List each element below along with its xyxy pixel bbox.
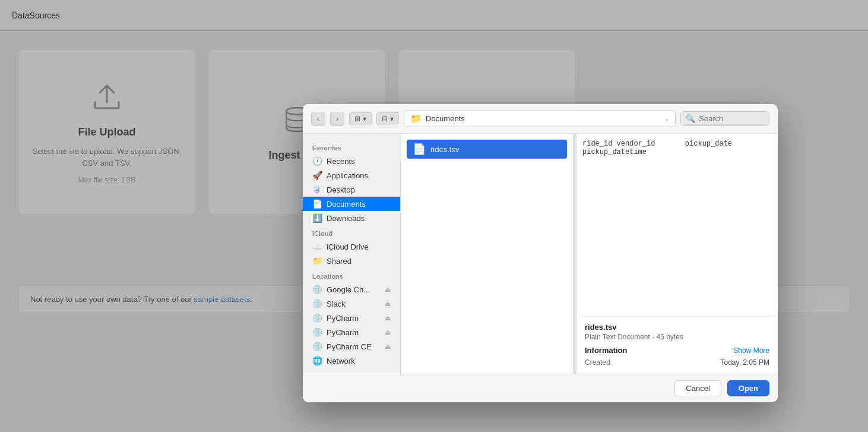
file-picker-dialog: ‹ › ⊞ ▾ ⊟ ▾ 📁 Documents ⌄ 🔍 Favorites 🕐 …	[303, 104, 778, 402]
grid-view-chevron: ▾	[390, 115, 394, 123]
icloud-label: iCloud	[303, 225, 400, 239]
sidebar-item-desktop-label: Desktop	[327, 185, 391, 194]
desktop-icon: 🖥	[312, 185, 322, 194]
sidebar: Favorites 🕐 Recents 🚀 Applications 🖥 Des…	[303, 134, 401, 374]
column-view-button[interactable]: ⊞ ▾	[349, 112, 372, 125]
file-tsv-icon: 📄	[413, 143, 426, 156]
sidebar-item-recents-label: Recents	[327, 157, 391, 166]
google-ch-eject-icon[interactable]: ⏏	[385, 286, 391, 294]
column-view-icon: ⊞	[354, 115, 360, 123]
sidebar-item-pycharm2-label: PyCharm	[327, 328, 380, 337]
pycharm2-icon: 💿	[312, 327, 322, 337]
sidebar-item-pycharm1-label: PyCharm	[327, 314, 380, 323]
sidebar-item-documents[interactable]: 📄 Documents	[303, 197, 400, 211]
sidebar-item-network-label: Network	[327, 357, 391, 365]
sidebar-item-pycharm-ce[interactable]: 💿 PyCharm CE ⏏	[303, 339, 400, 354]
file-item-rides-tsv[interactable]: 📄 rides.tsv	[407, 140, 567, 159]
sidebar-item-shared-label: Shared	[327, 257, 391, 266]
open-button[interactable]: Open	[727, 380, 769, 396]
sidebar-item-recents[interactable]: 🕐 Recents	[303, 154, 400, 168]
pycharm-ce-eject-icon[interactable]: ⏏	[385, 343, 391, 351]
sidebar-item-slack[interactable]: 💿 Slack ⏏	[303, 297, 400, 311]
sidebar-item-applications-label: Applications	[327, 171, 391, 180]
location-chevron-icon: ⌄	[664, 115, 669, 122]
location-bar[interactable]: 📁 Documents ⌄	[404, 110, 676, 127]
sidebar-item-desktop[interactable]: 🖥 Desktop	[303, 182, 400, 197]
locations-label: Locations	[303, 268, 400, 282]
preview-content: ride_id vendor_id pickup_date pickup_dat…	[576, 134, 778, 317]
info-label: Information	[585, 346, 628, 355]
sidebar-item-shared[interactable]: 📁 Shared	[303, 254, 400, 268]
sidebar-item-slack-label: Slack	[327, 299, 380, 308]
downloads-icon: ⬇️	[312, 213, 322, 223]
pycharm1-eject-icon[interactable]: ⏏	[385, 314, 391, 322]
sidebar-item-google-ch[interactable]: 💿 Google Ch... ⏏	[303, 282, 400, 297]
search-input[interactable]	[699, 114, 758, 123]
search-bar[interactable]: 🔍	[680, 111, 769, 126]
sidebar-item-pycharm1[interactable]: 💿 PyCharm ⏏	[303, 311, 400, 325]
sidebar-item-documents-label: Documents	[327, 200, 391, 209]
favorites-label: Favorites	[303, 140, 400, 154]
pycharm-ce-icon: 💿	[312, 342, 322, 351]
location-name: Documents	[426, 114, 465, 123]
google-ch-icon: 💿	[312, 285, 322, 294]
sidebar-item-pycharm2[interactable]: 💿 PyCharm ⏏	[303, 325, 400, 339]
shared-icon: 📁	[312, 256, 322, 266]
slack-eject-icon[interactable]: ⏏	[385, 300, 391, 308]
forward-button[interactable]: ›	[330, 112, 344, 126]
grid-view-button[interactable]: ⊟ ▾	[376, 112, 399, 125]
icloud-drive-icon: ☁️	[312, 242, 322, 251]
cancel-button[interactable]: Cancel	[674, 380, 721, 396]
slack-icon: 💿	[312, 299, 322, 308]
sidebar-item-applications[interactable]: 🚀 Applications	[303, 168, 400, 182]
sidebar-item-icloud-label: iCloud Drive	[327, 242, 391, 251]
preview-type: Plain Text Document - 45 bytes	[585, 333, 769, 341]
dialog-toolbar: ‹ › ⊞ ▾ ⊟ ▾ 📁 Documents ⌄ 🔍	[303, 104, 778, 134]
sidebar-item-downloads-label: Downloads	[327, 214, 391, 223]
recents-icon: 🕐	[312, 156, 322, 166]
pycharm1-icon: 💿	[312, 313, 322, 323]
grid-view-icon: ⊟	[382, 115, 388, 123]
sidebar-item-icloud-drive[interactable]: ☁️ iCloud Drive	[303, 239, 400, 254]
sidebar-item-google-label: Google Ch...	[327, 285, 380, 294]
dialog-body: Favorites 🕐 Recents 🚀 Applications 🖥 Des…	[303, 134, 778, 374]
preview-filename: rides.tsv	[585, 323, 769, 332]
file-item-name: rides.tsv	[430, 145, 459, 154]
applications-icon: 🚀	[312, 171, 322, 180]
created-value: Today, 2:05 PM	[721, 358, 770, 367]
show-more-button[interactable]: Show More	[733, 346, 769, 355]
sidebar-item-downloads[interactable]: ⬇️ Downloads	[303, 211, 400, 225]
location-folder-icon: 📁	[410, 113, 422, 124]
preview-info: rides.tsv Plain Text Document - 45 bytes…	[576, 317, 778, 374]
network-icon: 🌐	[312, 356, 322, 365]
pycharm2-eject-icon[interactable]: ⏏	[385, 329, 391, 336]
sidebar-item-network[interactable]: 🌐 Network	[303, 354, 400, 368]
preview-created-row: Created Today, 2:05 PM	[585, 357, 769, 368]
search-icon: 🔍	[686, 114, 695, 123]
column-view-chevron: ▾	[363, 115, 366, 123]
file-list-pane: 📄 rides.tsv	[401, 134, 573, 374]
sidebar-item-pycharm-ce-label: PyCharm CE	[327, 342, 380, 351]
preview-info-section: Information Show More	[585, 346, 769, 355]
preview-pane: ride_id vendor_id pickup_date pickup_dat…	[576, 134, 778, 374]
dialog-footer: Cancel Open	[303, 374, 778, 402]
documents-icon: 📄	[312, 199, 322, 209]
back-button[interactable]: ‹	[311, 112, 325, 126]
created-label: Created	[585, 358, 610, 367]
